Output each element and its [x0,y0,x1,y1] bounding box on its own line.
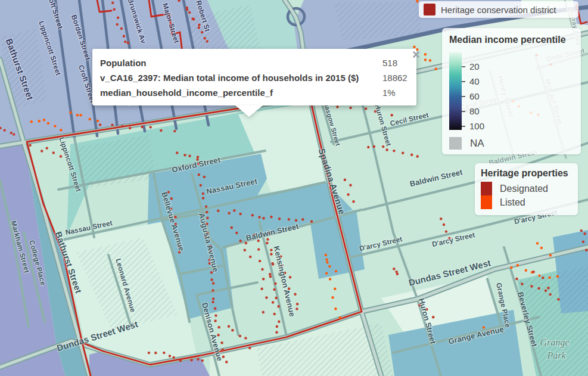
income-na-row: NA [449,137,484,150]
designated-swatch [481,182,492,195]
income-tick: 20 [462,61,480,72]
income-gradient-bar [449,52,462,130]
popup-row-value: 18862 [382,70,407,85]
na-swatch [449,137,462,150]
income-tick: 100 [462,121,484,131]
district-swatch [424,4,435,15]
popup-arrow [235,105,263,117]
income-tick: 60 [462,91,480,101]
district-label: Heritage conservation district [441,5,556,15]
popup-row-label: median_household_income_percentile_f [100,85,382,100]
legend-item-designated: Designated [481,182,572,195]
street-label: Grange [540,337,570,348]
feature-popup: Population 518 v_CA16_2397: Median total… [92,49,416,105]
popup-row-label: v_CA16_2397: Median total income of hous… [100,70,382,85]
legend-heritage-district: Heritage conservation district [419,1,578,18]
properties-legend-title: Heritage properties [481,168,572,179]
street-label: Park [546,350,566,361]
listed-swatch [481,195,492,209]
popup-row: median_household_income_percentile_f 1% [100,85,416,100]
popup-row: Population 518 [100,55,416,70]
income-legend-title: Median income percentile [449,35,574,45]
income-tick: 80 [462,106,480,116]
popup-row-value: 518 [382,55,397,70]
designated-label: Designated [500,184,548,194]
legend-heritage-properties: Heritage properties Designated Listed [475,163,578,215]
listed-label: Listed [500,197,525,208]
popup-row-label: Population [100,55,382,70]
income-tick: 40 [462,76,480,86]
close-icon[interactable]: × [412,48,420,61]
legend-median-income: Median income percentile 20406080100 NA [442,28,581,154]
legend-item-listed: Listed [481,195,572,209]
map-application: Bathurst StreetBathurst StreetLippincott… [0,0,588,376]
popup-row-value: 1% [382,85,396,100]
na-label: NA [470,138,484,150]
popup-row: v_CA16_2397: Median total income of hous… [100,70,416,85]
